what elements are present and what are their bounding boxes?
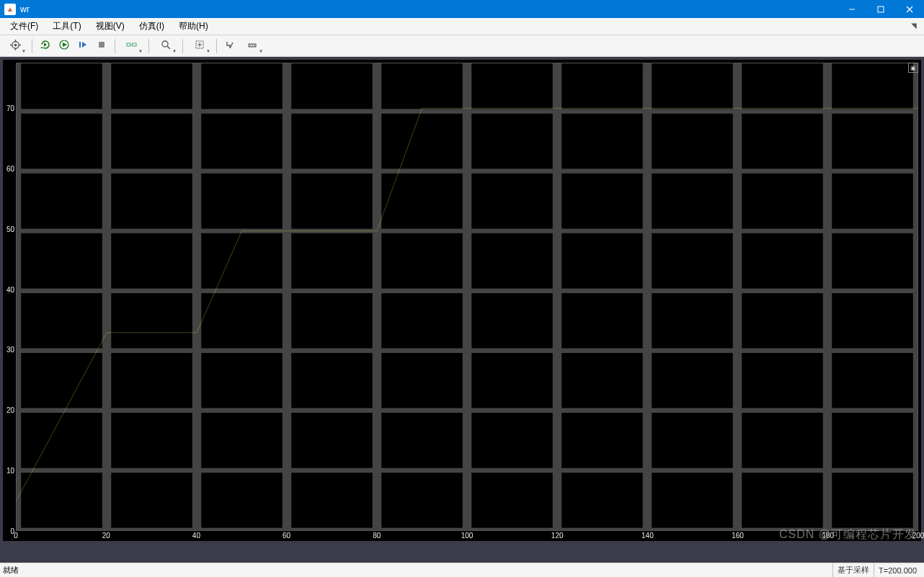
autoscale-button[interactable]: ▼: [187, 37, 212, 55]
menu-dock-icon[interactable]: ◥: [911, 22, 921, 32]
x-tick-label: 100: [461, 532, 474, 540]
y-tick-label: 20: [6, 406, 14, 414]
x-tick-label: 0: [14, 532, 18, 540]
svg-rect-17: [127, 43, 130, 46]
toolbar-separator: [115, 39, 115, 53]
menubar: 文件(F) 工具(T) 视图(V) 仿真(I) 帮助(H) ◥: [0, 18, 924, 35]
statusbar: 就绪 基于采样 T=200.000: [0, 563, 924, 577]
svg-rect-1: [878, 6, 884, 12]
step-icon: [78, 40, 88, 52]
window-title: wr: [20, 4, 838, 14]
chevron-down-icon: ▼: [172, 49, 177, 53]
maximize-button[interactable]: [866, 0, 895, 18]
measure-icon: [247, 40, 257, 52]
menu-view[interactable]: 视图(V): [89, 18, 132, 35]
svg-rect-18: [133, 43, 136, 46]
triggers-button[interactable]: [221, 37, 239, 55]
y-axis: 010203040506070: [3, 60, 16, 531]
chart-area: ▣ 010203040506070 0204060801001201401601…: [0, 57, 924, 563]
close-button[interactable]: [895, 0, 924, 18]
data-line: [17, 63, 918, 530]
svg-rect-14: [79, 42, 81, 48]
toolbar-separator: [32, 39, 32, 53]
y-tick-label: 60: [6, 164, 14, 172]
svg-marker-13: [63, 43, 67, 47]
status-time: T=200.000: [874, 563, 921, 577]
toolbar-separator: [182, 39, 183, 53]
x-tick-label: 180: [822, 532, 834, 540]
titlebar: ▲ wr: [0, 0, 924, 18]
svg-point-20: [162, 41, 168, 47]
run-button[interactable]: [55, 37, 73, 55]
y-tick-label: 10: [6, 467, 14, 475]
restart-button[interactable]: [37, 37, 54, 55]
step-forward-button[interactable]: [74, 37, 92, 55]
trigger-icon: [225, 40, 235, 52]
x-tick-label: 20: [102, 532, 110, 540]
toolbar: ▼ ▼ ▼ ▼ ▼: [0, 35, 924, 57]
chevron-down-icon: ▼: [138, 49, 143, 53]
svg-point-5: [14, 43, 17, 46]
chevron-down-icon: ▼: [206, 49, 210, 53]
menu-help[interactable]: 帮助(H): [172, 18, 216, 35]
zoom-icon: [161, 40, 171, 52]
menu-file[interactable]: 文件(F): [3, 18, 45, 35]
signal-icon: [126, 40, 138, 52]
plot-container[interactable]: ▣ 010203040506070 0204060801001201401601…: [3, 60, 921, 541]
signal-selector-button[interactable]: ▼: [120, 37, 144, 55]
svg-line-21: [167, 46, 170, 49]
x-tick-label: 120: [551, 532, 564, 540]
y-tick-label: 40: [6, 285, 14, 293]
autoscale-icon: [195, 40, 205, 52]
svg-marker-15: [82, 42, 86, 48]
status-ready: 就绪: [3, 565, 832, 576]
y-tick-label: 70: [6, 104, 14, 112]
x-tick-label: 140: [641, 532, 654, 540]
app-icon: ▲: [4, 4, 16, 15]
minimize-button[interactable]: [838, 0, 866, 18]
x-tick-label: 80: [373, 532, 381, 540]
x-axis: 020406080100120140160180200: [16, 531, 918, 541]
restart-icon: [40, 40, 50, 52]
svg-marker-10: [40, 47, 43, 48]
toolbar-separator: [148, 39, 149, 53]
plot-inner: [16, 63, 918, 531]
legend-toggle-button[interactable]: ▣: [908, 63, 918, 73]
play-icon: [59, 40, 69, 52]
chevron-down-icon: ▼: [22, 49, 26, 53]
measure-button[interactable]: ▼: [240, 37, 265, 55]
x-tick-label: 60: [283, 532, 290, 540]
gear-icon: [10, 40, 21, 53]
zoom-button[interactable]: ▼: [154, 37, 178, 55]
toolbar-separator: [216, 39, 217, 53]
settings-button[interactable]: ▼: [3, 37, 27, 55]
menu-tools[interactable]: 工具(T): [45, 18, 88, 35]
chevron-down-icon: ▼: [259, 49, 263, 53]
stop-icon: [97, 40, 107, 52]
svg-marker-11: [44, 43, 47, 47]
y-tick-label: 30: [6, 346, 14, 354]
y-tick-label: 50: [6, 225, 14, 233]
status-mode: 基于采样: [832, 563, 874, 577]
menu-simulation[interactable]: 仿真(I): [132, 18, 172, 35]
x-tick-label: 200: [912, 532, 924, 540]
stop-button[interactable]: [93, 37, 110, 55]
x-tick-label: 40: [192, 532, 200, 540]
x-tick-label: 160: [732, 532, 744, 540]
svg-rect-16: [99, 42, 105, 48]
